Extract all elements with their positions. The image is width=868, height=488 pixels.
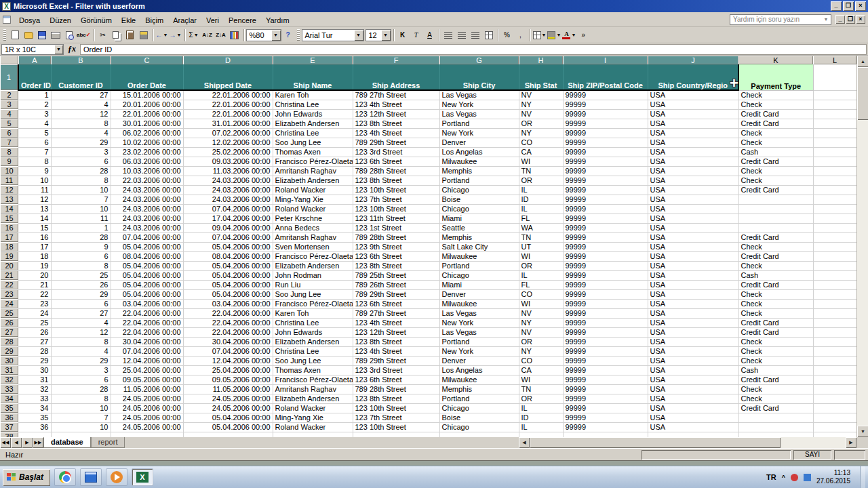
cell[interactable]: 29: [18, 356, 51, 365]
cell[interactable]: 123 12th Street: [353, 327, 439, 337]
cell[interactable]: Credit Card: [738, 318, 813, 327]
spelling-button[interactable]: abc✓: [76, 28, 92, 42]
cell[interactable]: Christina Lee: [273, 346, 353, 356]
first-sheet-icon[interactable]: ◀◀: [0, 437, 11, 448]
underline-button[interactable]: A: [423, 28, 437, 42]
cell[interactable]: 10: [51, 422, 111, 432]
cell[interactable]: OR: [519, 176, 563, 185]
cell[interactable]: [813, 157, 856, 166]
cell[interactable]: 123 4th Street: [353, 100, 439, 109]
cell[interactable]: 11: [18, 185, 51, 195]
cell[interactable]: New York: [439, 100, 519, 109]
cell[interactable]: USA: [648, 242, 738, 251]
cell[interactable]: 123 8th Street: [353, 337, 439, 346]
cell[interactable]: 24.05.2006 00:00: [111, 403, 183, 413]
cell[interactable]: 123 10th Street: [353, 185, 439, 195]
cell[interactable]: WA: [519, 223, 563, 232]
italic-button[interactable]: T: [410, 28, 423, 42]
cell[interactable]: Credit Card: [738, 119, 813, 128]
cell[interactable]: 123 4th Street: [353, 128, 439, 138]
cell[interactable]: 16: [18, 232, 51, 242]
cell[interactable]: Peter Krschne: [273, 214, 353, 223]
row-header-24[interactable]: 24: [0, 299, 18, 308]
cell[interactable]: 8: [18, 157, 51, 166]
header-cell-payment-type[interactable]: Payment Type: [738, 64, 813, 90]
cell[interactable]: 03.04.2006 00:00: [111, 299, 183, 308]
cell[interactable]: Milwaukee: [439, 157, 519, 166]
cell[interactable]: 22: [18, 289, 51, 299]
previous-sheet-icon[interactable]: ◀: [11, 437, 22, 448]
cell[interactable]: [563, 432, 648, 437]
cell[interactable]: [813, 223, 856, 232]
cell[interactable]: [813, 327, 856, 337]
column-header-G[interactable]: G: [439, 56, 519, 64]
cell[interactable]: 07.04.2006 00:00: [183, 346, 273, 356]
cell[interactable]: 123 8th Street: [353, 176, 439, 185]
cell[interactable]: USA: [648, 337, 738, 346]
cell[interactable]: 32: [18, 384, 51, 394]
cell[interactable]: USA: [648, 119, 738, 128]
last-sheet-icon[interactable]: ▶▶: [33, 437, 43, 448]
row-header-36[interactable]: 36: [0, 413, 18, 422]
insert-function-icon[interactable]: ƒx: [68, 44, 76, 54]
cell[interactable]: 1: [18, 90, 51, 100]
cell[interactable]: 9: [51, 242, 111, 251]
cell[interactable]: TN: [519, 232, 563, 242]
cell[interactable]: IL: [519, 403, 563, 413]
cell[interactable]: Amritansh Raghav: [273, 232, 353, 242]
cell[interactable]: 20.01.2006 00:00: [111, 100, 183, 109]
cell[interactable]: USA: [648, 204, 738, 214]
cell[interactable]: 99999: [563, 413, 648, 422]
cell[interactable]: USA: [648, 138, 738, 147]
vertical-scrollbar[interactable]: ▲ ▼: [856, 56, 868, 437]
cell[interactable]: Los Angelas: [439, 365, 519, 375]
menu-1[interactable]: Düzen: [45, 14, 76, 26]
cell[interactable]: 123 9th Street: [353, 242, 439, 251]
cell[interactable]: 24.05.2006 00:00: [183, 394, 273, 403]
cell[interactable]: USA: [648, 223, 738, 232]
cell[interactable]: Credit Card: [738, 157, 813, 166]
cell[interactable]: USA: [648, 100, 738, 109]
cell[interactable]: 22.01.2006 00:00: [183, 109, 273, 119]
cell[interactable]: 24.03.2006 00:00: [111, 204, 183, 214]
cell[interactable]: 05.04.2006 00:00: [111, 261, 183, 270]
cell[interactable]: Las Vegas: [439, 327, 519, 337]
cell[interactable]: 8: [51, 119, 111, 128]
taskbar-excel-button[interactable]: X: [132, 468, 153, 486]
menu-0[interactable]: Dosya: [14, 14, 45, 26]
row-header-32[interactable]: 32: [0, 375, 18, 384]
menu-6[interactable]: Veri: [201, 14, 224, 26]
cell[interactable]: 30.01.2006 00:00: [111, 119, 183, 128]
cell[interactable]: 3: [51, 365, 111, 375]
cell[interactable]: 05.04.2006 00:00: [183, 270, 273, 280]
cell[interactable]: 05.04.2006 00:00: [183, 280, 273, 289]
cell[interactable]: 2: [18, 100, 51, 109]
cell[interactable]: NV: [519, 327, 563, 337]
cell[interactable]: 99999: [563, 138, 648, 147]
cell[interactable]: 6: [51, 157, 111, 166]
cell[interactable]: 05.04.2006 00:00: [183, 242, 273, 251]
cell[interactable]: 05.04.2006 00:00: [111, 289, 183, 299]
cell[interactable]: 33: [18, 394, 51, 403]
cell[interactable]: 05.04.2006 00:00: [111, 270, 183, 280]
cell[interactable]: [51, 432, 111, 437]
column-header-L[interactable]: L: [813, 56, 856, 64]
cell[interactable]: [813, 346, 856, 356]
cell[interactable]: Milwaukee: [439, 299, 519, 308]
cell[interactable]: Elizabeth Andersen: [273, 119, 353, 128]
cell[interactable]: 123 7th Street: [353, 195, 439, 204]
cell[interactable]: Credit Card: [738, 251, 813, 261]
cell[interactable]: [519, 432, 563, 437]
minimize-button[interactable]: _: [831, 1, 842, 11]
cell[interactable]: 05.04.2006 00:00: [183, 289, 273, 299]
formula-content[interactable]: Order ID: [80, 44, 867, 55]
cell[interactable]: USA: [648, 214, 738, 223]
cell[interactable]: FL: [519, 280, 563, 289]
cell[interactable]: 12: [18, 195, 51, 204]
cell[interactable]: [813, 394, 856, 403]
cell[interactable]: 19: [18, 261, 51, 270]
cell[interactable]: Chicago: [439, 403, 519, 413]
cell[interactable]: [813, 318, 856, 327]
cell[interactable]: Chicago: [439, 270, 519, 280]
cell[interactable]: Elizabeth Andersen: [273, 337, 353, 346]
